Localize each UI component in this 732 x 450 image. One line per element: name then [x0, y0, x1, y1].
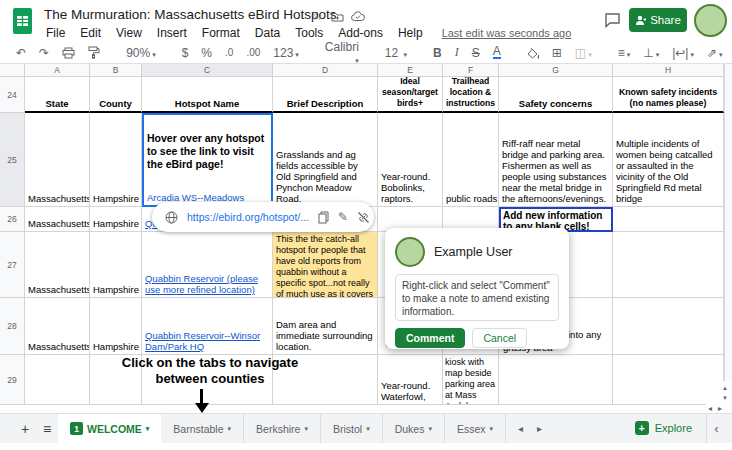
column-header-h[interactable]: H — [613, 64, 724, 77]
link-url[interactable]: https://ebird.org/hotspot/... — [187, 211, 309, 223]
cell-g29[interactable] — [499, 355, 613, 405]
vertical-scroll-buttons[interactable]: ▴▾ — [719, 381, 731, 405]
print-icon[interactable] — [62, 47, 75, 59]
cell-a26[interactable]: Massachusetts — [25, 207, 90, 232]
merge-cells-icon[interactable]: ◫▾ — [575, 46, 592, 60]
fill-color-icon[interactable] — [527, 47, 539, 59]
tab-berkshire[interactable]: Berkshire▾ — [244, 414, 321, 443]
share-button[interactable]: Share — [629, 8, 687, 32]
cell-d28[interactable]: Dam area and immediate surrounding locat… — [273, 298, 378, 355]
more-formats-button[interactable]: 123▾ — [273, 46, 299, 60]
cell-e24[interactable]: Ideal season/target birds+ — [378, 77, 443, 113]
edit-link-icon[interactable]: ✎ — [338, 210, 348, 224]
menu-file[interactable]: File — [46, 26, 65, 40]
comment-history-icon[interactable] — [604, 12, 621, 28]
column-header-b[interactable]: B — [90, 64, 142, 77]
cell-e25[interactable]: Year-round. Bobolinks, raptors. — [378, 113, 443, 207]
row-header-29[interactable]: 29 — [0, 355, 25, 405]
all-sheets-icon[interactable]: ≡ — [36, 414, 58, 443]
menu-tools[interactable]: Tools — [295, 26, 323, 40]
star-icon[interactable]: ☆ — [312, 9, 323, 23]
column-header-e[interactable]: E — [378, 64, 443, 77]
tab-dukes[interactable]: Dukes▾ — [383, 414, 445, 443]
row-header-25[interactable]: 25 — [0, 113, 25, 207]
cell-h25[interactable]: Multiple incidents of women being catcal… — [613, 113, 724, 207]
cell-b24[interactable]: County — [90, 77, 142, 113]
copy-link-icon[interactable] — [318, 211, 329, 224]
text-color-button[interactable]: A — [493, 46, 501, 59]
text-wrap-icon[interactable]: |↩|▾ — [672, 46, 694, 60]
cell-h29[interactable] — [613, 355, 724, 405]
menu-data[interactable]: Data — [255, 26, 280, 40]
cell-a25[interactable]: Massachusetts — [25, 113, 90, 207]
column-header-a[interactable]: A — [25, 64, 90, 77]
cell-b25[interactable]: Hampshire — [90, 113, 142, 207]
user-avatar[interactable] — [694, 4, 727, 37]
horizontal-scroll-buttons[interactable]: ◂▸ — [706, 404, 724, 413]
font-size-select[interactable]: 12 ▾ — [385, 46, 407, 60]
explore-button[interactable]: + Explore — [625, 413, 702, 443]
menu-insert[interactable]: Insert — [157, 26, 187, 40]
cell-c24[interactable]: Hotspot Name — [142, 77, 273, 113]
cell-b27[interactable]: Hampshire — [90, 232, 142, 298]
row-header-28[interactable]: 28 — [0, 298, 25, 355]
menu-help[interactable]: Help — [398, 26, 423, 40]
horizontal-scrollbar[interactable] — [0, 405, 732, 413]
column-header-c[interactable]: C — [142, 64, 273, 77]
cell-h24[interactable]: Known safety incidents (no names please) — [613, 77, 724, 113]
row-header-24[interactable]: 24 — [0, 77, 25, 113]
hotspot-link-quabbin[interactable]: Quabbin Reservoir (please use more refin… — [145, 273, 269, 295]
cell-c28[interactable]: Quabbin Reservoir--Winsor Dam/Park HQ — [142, 298, 273, 355]
comment-cancel-button[interactable]: Cancel — [472, 328, 527, 348]
menu-format[interactable]: Format — [202, 26, 240, 40]
increase-decimal-button[interactable]: .00 — [246, 47, 260, 58]
add-sheet-icon[interactable]: + — [14, 414, 36, 443]
scroll-left-icon[interactable]: ◂ — [708, 404, 712, 413]
zoom-select[interactable]: 90%▾ — [126, 46, 156, 60]
cell-a27[interactable]: Massachusetts — [25, 232, 90, 298]
sheets-logo-icon[interactable] — [12, 7, 33, 35]
move-to-folder-icon[interactable] — [331, 11, 344, 22]
collapse-panel-icon[interactable]: ‹ — [706, 413, 726, 443]
cell-c25[interactable]: Hover over any hotspot to see the link t… — [142, 113, 273, 207]
cell-f24[interactable]: Trailhead location & instructions — [443, 77, 499, 113]
cell-h26[interactable] — [613, 207, 724, 232]
hotspot-link-winsor[interactable]: Quabbin Reservoir--Winsor Dam/Park HQ — [145, 330, 269, 352]
horizontal-align-icon[interactable]: ≡▾ — [618, 46, 631, 60]
cell-a24[interactable]: State — [25, 77, 90, 113]
cell-e29[interactable]: Year-round. Waterfowl, — [378, 355, 443, 405]
cell-b28[interactable]: Hampshire — [90, 298, 142, 355]
cell-d25[interactable]: Grasslands and ag fields accessible by O… — [273, 113, 378, 207]
format-percent-button[interactable]: % — [201, 46, 212, 60]
tab-scroll-right-icon[interactable]: ▸ — [537, 423, 542, 434]
undo-icon[interactable]: ↶ — [16, 46, 26, 60]
text-rotation-icon[interactable]: ⇗▾ — [707, 46, 723, 60]
decrease-decimal-button[interactable]: .0 — [225, 47, 233, 58]
bold-button[interactable]: B — [433, 46, 442, 60]
paint-format-icon[interactable] — [88, 46, 100, 59]
tab-bristol[interactable]: Bristol▾ — [321, 414, 383, 443]
cell-h27[interactable] — [613, 232, 724, 298]
column-header-f[interactable]: F — [443, 64, 499, 77]
cell-g24[interactable]: Safety concerns — [499, 77, 613, 113]
cell-c27[interactable]: Quabbin Reservoir (please use more refin… — [142, 232, 273, 298]
cell-a28[interactable]: Massachusetts — [25, 298, 90, 355]
italic-button[interactable]: I — [455, 45, 459, 60]
cell-f25[interactable]: public roads — [443, 113, 499, 207]
cell-b26[interactable]: Hampshire — [90, 207, 142, 232]
scroll-right-icon[interactable]: ▸ — [718, 404, 722, 413]
cell-d27-highlighted[interactable]: This the the catch-all hotspot for peopl… — [273, 232, 378, 298]
cell-d24[interactable]: Brief Description — [273, 77, 378, 113]
select-all-corner[interactable] — [0, 64, 25, 77]
font-family-select[interactable]: Calibri▾ — [325, 40, 359, 65]
scroll-down-icon[interactable]: ▾ — [723, 394, 727, 402]
unlink-icon[interactable] — [357, 211, 370, 224]
comment-submit-button[interactable]: Comment — [395, 328, 465, 348]
tab-scroll-left-icon[interactable]: ◂ — [518, 423, 523, 434]
row-header-27[interactable]: 27 — [0, 232, 25, 298]
comment-input[interactable]: Right-click and select "Comment" to make… — [395, 274, 559, 321]
tab-barnstable[interactable]: Barnstable▾ — [161, 414, 244, 443]
cell-f29[interactable]: kiosk with map beside parking area at Ma… — [443, 355, 499, 405]
format-currency-button[interactable]: $ — [182, 46, 189, 60]
column-header-g[interactable]: G — [499, 64, 613, 77]
